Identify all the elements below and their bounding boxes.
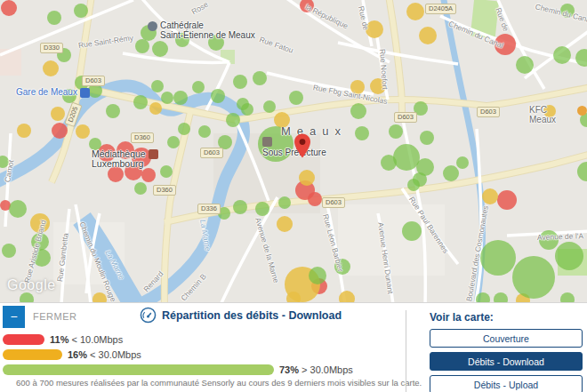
poi-gare[interactable]: Gare de Meaux	[16, 88, 90, 98]
road-badge: D603	[322, 197, 345, 208]
road-badge: D360	[153, 185, 176, 196]
measurement-dot	[286, 292, 301, 302]
road-badge: D603	[477, 107, 500, 117]
panel-divider	[406, 310, 406, 392]
measurement-dot	[161, 92, 173, 104]
poi-label: KFC Meaux	[529, 106, 575, 124]
poi-label: Gare de Meaux	[16, 88, 77, 98]
kfc-icon	[577, 106, 587, 116]
measurement-dot	[339, 291, 355, 302]
measurement-dot	[443, 165, 459, 181]
measurement-dot	[17, 124, 31, 138]
poi-mediatheque[interactable]: MédiathèqueLuxembourg	[92, 149, 158, 169]
legend-percent: 11%	[50, 334, 68, 345]
minus-icon: −	[10, 309, 17, 324]
measurement-dot	[226, 113, 240, 127]
measurement-dot	[198, 125, 211, 138]
measurement-dot	[355, 126, 369, 140]
measurement-dot	[241, 103, 253, 116]
road-badge: D2405A	[425, 4, 456, 14]
road-badge: D330	[40, 43, 63, 53]
measurement-dot	[178, 123, 190, 135]
measurement-dot	[106, 104, 120, 118]
map-canvas[interactable]: Rue Saint-RémyRue FatouRue Fbg Saint-Nic…	[0, 0, 587, 302]
measurement-dot	[278, 196, 291, 209]
gauge-icon	[140, 307, 157, 324]
measurement-dot	[494, 292, 508, 302]
measurement-dot	[516, 56, 534, 74]
map-type-button-d-bits-download[interactable]: Débits - Download	[430, 352, 583, 371]
measurement-dot	[406, 3, 424, 20]
measurement-dot	[76, 124, 90, 139]
poi-label: CathédraleSaint-Étienne de Meaux	[160, 21, 255, 40]
map-type-button-couverture[interactable]: Couverture	[430, 329, 583, 348]
measurement-dot	[381, 155, 397, 171]
measurement-dot	[480, 240, 516, 276]
measurement-dot	[482, 188, 498, 204]
legend-percent: 16%	[68, 349, 87, 360]
measurement-dot	[289, 91, 303, 105]
measurement-dot	[555, 242, 583, 270]
measurement-dot	[51, 107, 65, 121]
measurement-dot	[47, 11, 61, 25]
measurement-dot	[253, 71, 267, 85]
fermer-label[interactable]: FERMER	[33, 311, 76, 322]
measurement-dot	[20, 292, 34, 302]
measurement-dot	[211, 89, 225, 103]
legend-percent: 73%	[279, 364, 299, 375]
poi-cathedrale[interactable]: CathédraleSaint-Étienne de Meaux	[148, 21, 255, 40]
map-type-button-d-bits-upload[interactable]: Débits - Upload	[430, 375, 583, 392]
measurement-dot	[52, 123, 68, 139]
measurement-dot	[74, 4, 88, 18]
measurement-dot	[1, 0, 17, 16]
poi-label: MédiathèqueLuxembourg	[92, 149, 146, 169]
measurement-dot	[255, 202, 269, 216]
hotel-icon	[262, 137, 272, 147]
measurement-dot	[92, 292, 107, 302]
measurement-dot	[233, 75, 247, 89]
poi-kfc[interactable]: KFC Meaux	[529, 106, 587, 124]
library-icon	[149, 149, 158, 159]
measurement-dot	[308, 192, 322, 206]
city-label: Meaux	[281, 124, 347, 138]
google-watermark[interactable]: Google	[7, 277, 56, 293]
measurement-dot	[277, 216, 293, 232]
road-badge: D603	[82, 76, 105, 86]
legend-row: 73%> 30.0Mbps	[3, 364, 353, 375]
measurement-dot	[192, 81, 205, 93]
app: Rue Saint-RémyRue FatouRue Fbg Saint-Nic…	[0, 0, 587, 392]
measurement-dot	[476, 292, 490, 302]
legend-label: < 30.0Mbps	[90, 349, 141, 360]
measurement-dot	[389, 124, 403, 139]
map-pin-icon[interactable]	[294, 133, 310, 162]
measurement-dot	[173, 91, 188, 105]
measurement-dot	[553, 46, 571, 64]
minimize-button[interactable]: −	[3, 306, 25, 328]
measurement-dot	[512, 256, 555, 299]
map-type-heading: Voir la carte:	[430, 311, 494, 324]
measurement-dot	[135, 39, 149, 53]
measurement-dot	[167, 136, 180, 148]
road-badge: D360	[131, 132, 154, 143]
measurement-dot	[149, 102, 162, 115]
legend-bar	[3, 364, 274, 375]
road-badge: D603	[394, 112, 417, 123]
legend-title-text: Répartition des débits - Download	[162, 309, 342, 322]
legend-row: 11%< 10.0Mbps	[3, 334, 123, 345]
measurement-dot	[419, 27, 437, 44]
measurement-dot	[43, 60, 59, 76]
measurement-dot	[134, 182, 147, 195]
measurement-dot	[152, 41, 168, 57]
measurement-dot	[133, 95, 148, 109]
legend-label: < 10.0Mbps	[71, 334, 123, 345]
church-icon	[148, 21, 157, 31]
measurement-dot	[560, 292, 575, 302]
measurement-dot	[413, 172, 427, 187]
legend-title: Répartition des débits - Download	[140, 307, 342, 324]
legend-bar	[3, 334, 44, 345]
legend-row: 16%< 30.0Mbps	[3, 349, 141, 360]
measurement-dot	[299, 170, 315, 186]
street-label: Avenue de l'A	[537, 231, 583, 242]
measurement-dot	[233, 200, 247, 214]
bottom-panel: − FERMER Répartition des débits - Downlo…	[0, 302, 587, 392]
